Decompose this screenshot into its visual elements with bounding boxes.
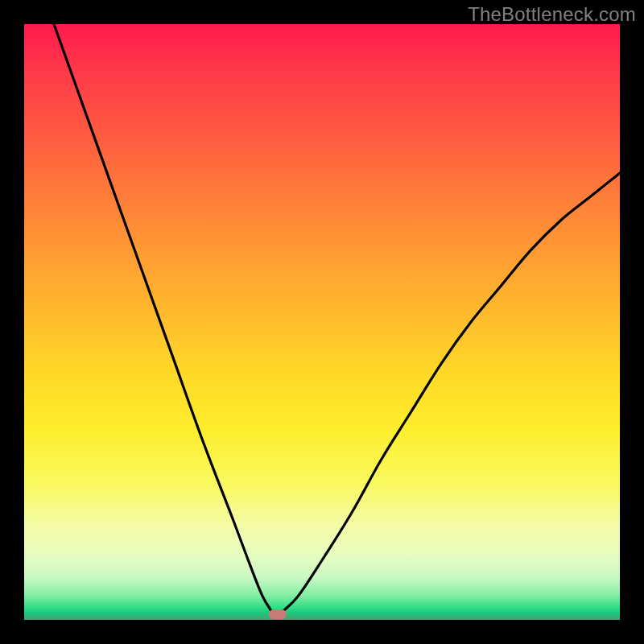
outer-frame: TheBottleneck.com (0, 0, 644, 644)
minimum-marker (269, 609, 287, 619)
plot-area (24, 24, 620, 620)
bottleneck-curve (24, 24, 620, 620)
curve-right-branch (283, 173, 620, 611)
watermark-text: TheBottleneck.com (468, 3, 636, 26)
curve-left-branch (54, 24, 271, 611)
